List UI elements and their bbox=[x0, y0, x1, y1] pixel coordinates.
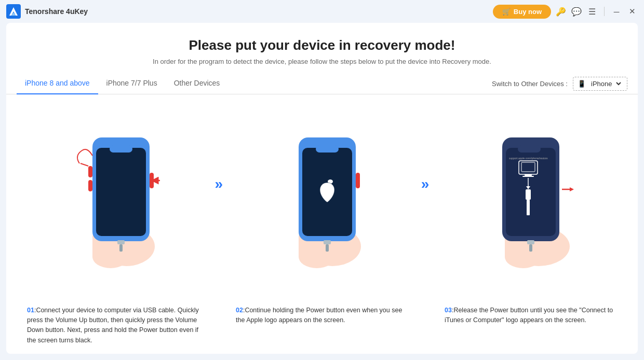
spacer-1 bbox=[205, 306, 231, 346]
step-2-illustration bbox=[270, 127, 374, 272]
svg-rect-32 bbox=[326, 244, 329, 252]
switch-label: Switch to Other Devices : bbox=[492, 80, 568, 88]
cart-icon: 🛒 bbox=[502, 8, 511, 16]
svg-rect-46 bbox=[522, 176, 534, 177]
svg-rect-14 bbox=[150, 173, 154, 188]
buy-now-button[interactable]: 🛒 Buy now bbox=[493, 5, 551, 19]
svg-line-16 bbox=[81, 163, 88, 166]
tab-iphone8[interactable]: iPhone 8 and above bbox=[17, 74, 98, 94]
svg-rect-27 bbox=[316, 145, 339, 153]
step-2-block bbox=[228, 94, 416, 306]
steps-images: » bbox=[6, 94, 638, 306]
close-button[interactable]: ✕ bbox=[626, 6, 638, 17]
tabs-row: iPhone 8 and above iPhone 7/7 Plus Other… bbox=[6, 74, 638, 94]
title-bar-actions: 🛒 Buy now 🔑 💬 ☰ ─ ✕ bbox=[493, 5, 638, 19]
svg-rect-45 bbox=[525, 174, 532, 176]
step-1-num: 01 bbox=[27, 307, 34, 314]
steps-descriptions: 01:Connect your device to computer via U… bbox=[6, 306, 638, 354]
menu-icon[interactable]: ☰ bbox=[586, 6, 598, 17]
svg-rect-8 bbox=[132, 239, 145, 262]
step-1-block bbox=[22, 94, 210, 306]
device-dropdown[interactable]: iPhone iPad iPod bbox=[589, 79, 623, 88]
svg-rect-48 bbox=[526, 189, 531, 200]
divider bbox=[604, 7, 605, 16]
svg-rect-30 bbox=[329, 180, 331, 183]
step-3-phone: support.apple.com/iphone/restore bbox=[471, 94, 585, 306]
step-2-text: Continue holding the Power button even w… bbox=[236, 307, 402, 324]
svg-rect-49 bbox=[527, 200, 530, 215]
step-1-text: Connect your device to computer via USB … bbox=[27, 307, 199, 344]
svg-rect-10 bbox=[96, 148, 146, 236]
svg-rect-18 bbox=[119, 244, 123, 252]
steps-area: » bbox=[6, 94, 638, 354]
svg-rect-41 bbox=[518, 145, 541, 153]
svg-text:support.apple.com/iphone/resto: support.apple.com/iphone/restore bbox=[509, 157, 548, 160]
main-content: Please put your device in recovery mode!… bbox=[6, 23, 638, 354]
svg-rect-17 bbox=[117, 240, 125, 244]
step-2-phone bbox=[270, 94, 374, 306]
title-bar: Tenorshare 4uKey 🛒 Buy now 🔑 💬 ☰ ─ ✕ bbox=[0, 0, 644, 23]
svg-rect-38 bbox=[545, 239, 557, 262]
chevron-1: » bbox=[210, 94, 229, 306]
step-2-num: 02 bbox=[236, 307, 243, 314]
svg-rect-31 bbox=[324, 240, 331, 244]
svg-rect-28 bbox=[356, 173, 360, 188]
tab-other-devices[interactable]: Other Devices bbox=[166, 74, 229, 94]
app-logo bbox=[6, 4, 21, 19]
tab-iphone7[interactable]: iPhone 7/7 Plus bbox=[98, 74, 166, 94]
step-1-phone bbox=[64, 94, 168, 306]
tabs-right: Switch to Other Devices : 📱 iPhone iPad … bbox=[492, 77, 627, 91]
minimize-button[interactable]: ─ bbox=[611, 6, 622, 17]
step-3-desc: 03:Release the Power button until you se… bbox=[439, 306, 622, 346]
page-title: Please put your device in recovery mode! bbox=[17, 37, 627, 53]
svg-rect-12 bbox=[88, 166, 92, 177]
step-1-desc: 01:Connect your device to computer via U… bbox=[22, 306, 205, 346]
svg-rect-51 bbox=[527, 240, 534, 244]
tabs-list: iPhone 8 and above iPhone 7/7 Plus Other… bbox=[17, 74, 492, 94]
step-3-block: support.apple.com/iphone/restore bbox=[434, 94, 622, 306]
svg-rect-52 bbox=[529, 244, 532, 252]
key-icon[interactable]: 🔑 bbox=[555, 6, 567, 17]
page-header: Please put your device in recovery mode!… bbox=[6, 23, 638, 74]
step-3-text: Release the Power button until you see t… bbox=[445, 307, 613, 324]
step-2-desc: 02:Continue holding the Power button eve… bbox=[231, 306, 413, 346]
app-name-label: Tenorshare 4uKey bbox=[25, 7, 88, 16]
step-1-illustration bbox=[64, 127, 168, 272]
chat-icon[interactable]: 💬 bbox=[571, 6, 582, 17]
spacer-2 bbox=[413, 306, 439, 346]
chevron-2: » bbox=[416, 94, 435, 306]
page-subtitle: In order for the program to detect the d… bbox=[17, 58, 627, 65]
svg-rect-11 bbox=[110, 145, 132, 153]
svg-rect-24 bbox=[339, 239, 351, 262]
buy-label: Buy now bbox=[514, 8, 542, 16]
step-3-illustration: support.apple.com/iphone/restore bbox=[471, 127, 585, 272]
phone-icon: 📱 bbox=[578, 80, 586, 88]
step-3-num: 03 bbox=[445, 307, 452, 314]
app-branding: Tenorshare 4uKey bbox=[6, 4, 88, 19]
svg-rect-13 bbox=[88, 180, 92, 191]
device-select-wrapper[interactable]: 📱 iPhone iPad iPod bbox=[573, 77, 627, 91]
